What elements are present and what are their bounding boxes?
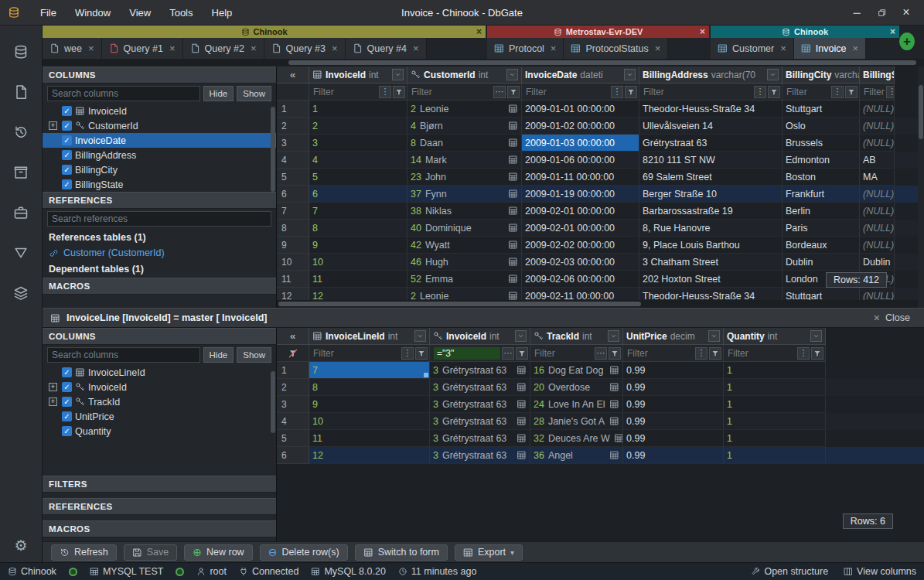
open-reference-icon[interactable] [517, 365, 527, 375]
row-number[interactable]: 9 [277, 237, 309, 254]
filter-value[interactable]: ="3" [434, 347, 500, 360]
column-tree-item-quantity[interactable]: ✓Quantity [43, 424, 276, 438]
cell-billingcity[interactable]: Dublin [783, 254, 860, 271]
connections-icon[interactable] [13, 44, 29, 60]
open-reference-icon[interactable] [614, 433, 623, 443]
cell-unitprice[interactable]: 0.99 [623, 430, 724, 447]
cell-quantity[interactable]: 1 [724, 379, 826, 396]
column-dropdown[interactable] [708, 330, 720, 342]
cell-billingcity[interactable]: Edmonton [783, 152, 860, 169]
column-header-unitprice[interactable]: UnitPricedecim [623, 328, 724, 345]
references-section-header[interactable]: REFERENCES [43, 192, 276, 209]
tab-query-3[interactable]: Query #3× [264, 38, 346, 59]
tab-group-header-chinook[interactable]: Chinook× [711, 26, 899, 38]
checkbox[interactable]: ✓ [62, 367, 72, 377]
tabs-scrollbar[interactable] [43, 59, 924, 67]
tab-protocol[interactable]: Protocol× [487, 38, 564, 59]
row-number[interactable]: 2 [277, 379, 309, 396]
tab-group-header-chinook[interactable]: Chinook× [43, 26, 486, 38]
cell-customerid[interactable]: 38Niklas [407, 203, 522, 220]
column-tree-item-customerid[interactable]: +✓CustomerId [43, 118, 276, 133]
checkbox[interactable]: ✓ [62, 179, 72, 189]
open-reference-icon[interactable] [508, 104, 518, 114]
open-reference-icon[interactable] [508, 206, 518, 216]
close-icon[interactable]: × [890, 26, 895, 37]
cell-billingcity[interactable]: Brussels [783, 135, 860, 152]
column-header-invoiceid[interactable]: InvoiceIdint [309, 67, 407, 84]
row-number[interactable]: 4 [277, 413, 309, 430]
filter-billingstate[interactable]: Filter⋮ [860, 84, 895, 101]
cell-billingstate[interactable]: MA [860, 169, 895, 186]
column-dropdown[interactable] [506, 69, 518, 80]
cell-billingcity[interactable]: Paris [783, 220, 860, 237]
close-icon[interactable]: × [780, 43, 786, 54]
filter-placeholder[interactable]: Filter [313, 87, 377, 97]
column-dropdown[interactable] [624, 69, 636, 80]
column-tree-item-invoicedate[interactable]: ✓InvoiceDate [43, 133, 276, 148]
show-button[interactable]: Show [237, 86, 271, 101]
open-reference-icon[interactable] [609, 450, 619, 460]
filter-menu-icon[interactable]: ⋮ [401, 347, 414, 360]
cell-trackid[interactable]: 32Deuces Are W [530, 430, 623, 447]
close-icon[interactable]: × [852, 43, 858, 54]
filter-placeholder[interactable]: Filter [643, 87, 752, 97]
filter-placeholder[interactable]: Filter [313, 348, 400, 359]
column-header-invoiceid[interactable]: InvoiceIdint [430, 328, 530, 345]
show-button[interactable]: Show [237, 347, 271, 363]
column-header-billingcity[interactable]: BillingCityvarcha [783, 67, 860, 84]
filter-menu-icon[interactable]: ⋮ [754, 86, 766, 98]
cell-invoiceid[interactable]: 3Grétrystraat 63 [430, 379, 530, 396]
columns-section-header[interactable]: COLUMNS [43, 67, 276, 84]
close-icon[interactable]: × [551, 43, 557, 54]
checkbox[interactable]: ✓ [62, 150, 72, 160]
expand-icon[interactable]: + [49, 397, 57, 406]
cell-invoicelineid[interactable]: 11 [309, 430, 430, 447]
cell-invoiceid[interactable]: 6 [309, 186, 407, 203]
cell-billingstate[interactable]: (NULL) [860, 118, 895, 135]
menu-window[interactable]: Window [66, 0, 120, 26]
cell-customerid[interactable]: 14Mark [407, 152, 522, 169]
filter-menu-icon[interactable]: ⋮ [886, 86, 895, 98]
cell-invoiceid[interactable]: 3Grétrystraat 63 [430, 430, 530, 447]
filter-menu-icon[interactable]: ⋮ [379, 86, 391, 98]
column-tree-item-invoiceid[interactable]: ✓InvoiceId [43, 104, 276, 118]
cell-quantity[interactable]: 1 [724, 396, 826, 413]
column-tree-item-billingcity[interactable]: ✓BillingCity [43, 162, 276, 177]
cell-billingaddress[interactable]: 3 Chatham Street [639, 254, 783, 271]
open-reference-icon[interactable] [508, 138, 518, 148]
filter-menu-icon[interactable]: ⋮ [695, 347, 707, 360]
cell-billingaddress[interactable]: Berger Straße 10 [639, 186, 783, 203]
plugins-icon[interactable] [13, 285, 29, 301]
minimize-button[interactable]: ─ [847, 4, 867, 21]
column-header-invoicedate[interactable]: InvoiceDatedateti [522, 67, 639, 84]
cell-invoicedate[interactable]: 2009-01-06 00:00:00 [522, 152, 639, 169]
cell-billingstate[interactable]: (NULL) [860, 237, 895, 254]
cell-invoiceid[interactable]: 2 [309, 118, 407, 135]
open-reference-icon[interactable] [609, 382, 619, 392]
cell-billingstate[interactable]: AB [860, 152, 895, 169]
cell-invoicedate[interactable]: 2009-02-01 00:00:00 [522, 220, 639, 237]
close-icon[interactable]: × [413, 43, 419, 54]
filter-funnel-icon[interactable] [507, 86, 520, 98]
open-reference-icon[interactable] [508, 189, 518, 199]
filter-funnel-icon[interactable] [625, 86, 637, 98]
cell-customerid[interactable]: 42Wyatt [407, 237, 522, 254]
grid-vscrollbar-thumb[interactable] [919, 85, 923, 139]
filter-menu-icon[interactable]: ⋯ [502, 347, 514, 360]
row-number[interactable]: 3 [277, 396, 309, 413]
cell-billingstate[interactable]: (NULL) [860, 203, 895, 220]
open-reference-icon[interactable] [517, 399, 527, 409]
settings-gear-icon[interactable]: ⚙ [14, 538, 27, 553]
delete-rows-button[interactable]: ⊖ Delete row(s) [260, 544, 348, 561]
column-tree-item-unitprice[interactable]: ✓UnitPrice [43, 409, 276, 424]
filter-menu-icon[interactable]: ⋯ [493, 86, 506, 98]
cell-invoicedate[interactable]: 2009-01-03 00:00:00 [522, 135, 639, 152]
cell-invoicedate[interactable]: 2009-02-06 00:00:00 [522, 271, 639, 288]
collapse-columns-button[interactable]: « [277, 328, 309, 345]
cell-billingcity[interactable]: Stuttgart [783, 288, 860, 300]
cell-invoiceid[interactable]: 7 [309, 203, 407, 220]
cell-billingstate[interactable]: (NULL) [860, 288, 895, 300]
cell-trackid[interactable]: 36Angel [530, 447, 623, 464]
cell-billingaddress[interactable]: 9, Place Louis Barthou [639, 237, 783, 254]
macros-section-header[interactable]: MACROS [43, 278, 276, 295]
